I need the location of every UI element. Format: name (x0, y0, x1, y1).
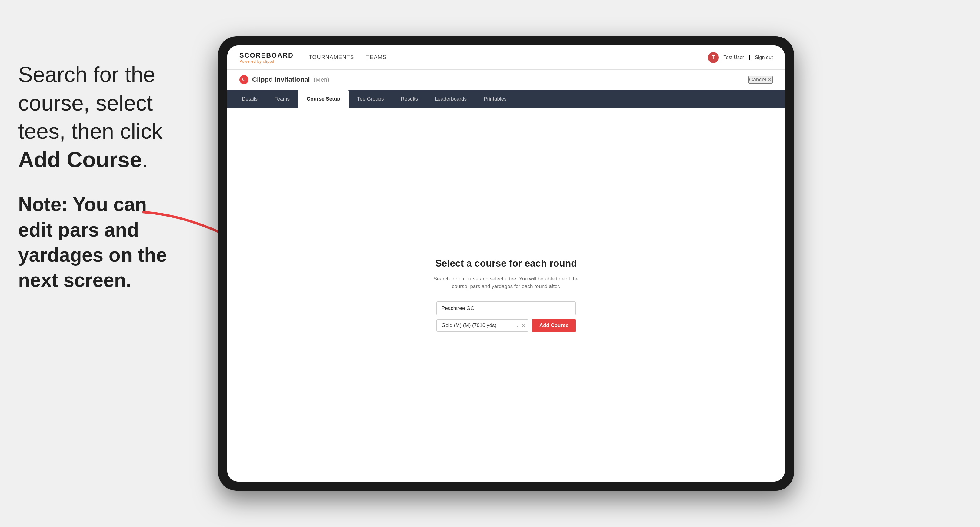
nav-tournaments[interactable]: TOURNAMENTS (309, 54, 354, 60)
tournament-header: C Clippd Invitational (Men) Cancel ✕ (227, 70, 785, 90)
annotation-main-text: Search for the course, select tees, then… (18, 60, 170, 174)
main-content: Select a course for each round Search fo… (227, 108, 785, 482)
tab-details[interactable]: Details (233, 90, 266, 108)
nav-separator: | (749, 55, 750, 60)
tab-course-setup[interactable]: Course Setup (298, 90, 349, 108)
tee-select-wrapper: Gold (M) (M) (7010 yds) ✕ (436, 319, 528, 332)
nav-links: TOURNAMENTS TEAMS (309, 54, 708, 60)
tee-select[interactable]: Gold (M) (M) (7010 yds) (436, 319, 528, 332)
tab-tee-groups[interactable]: Tee Groups (349, 90, 393, 108)
tournament-icon: C (239, 75, 248, 84)
nav-right: T Test User | Sign out (708, 52, 773, 63)
course-search-input[interactable] (436, 302, 576, 315)
tee-clear-button[interactable]: ✕ (522, 322, 525, 328)
tab-bar: Details Teams Course Setup Tee Groups Re… (227, 90, 785, 108)
tablet-frame: SCOREBOARD Powered by clippd TOURNAMENTS… (218, 37, 794, 490)
tournament-format: (Men) (313, 76, 329, 83)
tab-printables[interactable]: Printables (475, 90, 515, 108)
annotation-note-text: Note: You can edit pars and yardages on … (18, 192, 170, 293)
tab-leaderboards[interactable]: Leaderboards (426, 90, 475, 108)
nav-teams[interactable]: TEAMS (366, 54, 387, 60)
cancel-button[interactable]: Cancel ✕ (748, 76, 773, 84)
nav-signout[interactable]: Sign out (755, 55, 773, 60)
tablet-screen: SCOREBOARD Powered by clippd TOURNAMENTS… (227, 45, 785, 482)
tournament-title: C Clippd Invitational (Men) (239, 75, 329, 84)
tab-results[interactable]: Results (392, 90, 426, 108)
nav-user-text: Test User (724, 55, 744, 60)
logo-area: SCOREBOARD Powered by clippd (239, 51, 294, 63)
course-select-description: Search for a course and select a tee. Yo… (430, 275, 582, 290)
tournament-name: Clippd Invitational (252, 76, 310, 84)
logo-sub: Powered by clippd (239, 59, 294, 63)
left-annotation: Search for the course, select tees, then… (0, 48, 188, 305)
tee-select-row: Gold (M) (M) (7010 yds) ✕ Add Course (436, 319, 576, 332)
logo-text: SCOREBOARD (239, 51, 294, 59)
course-select-title: Select a course for each round (435, 258, 577, 269)
add-course-button[interactable]: Add Course (532, 319, 576, 332)
tab-teams[interactable]: Teams (266, 90, 298, 108)
top-nav: SCOREBOARD Powered by clippd TOURNAMENTS… (227, 45, 785, 70)
user-avatar: T (708, 52, 719, 63)
